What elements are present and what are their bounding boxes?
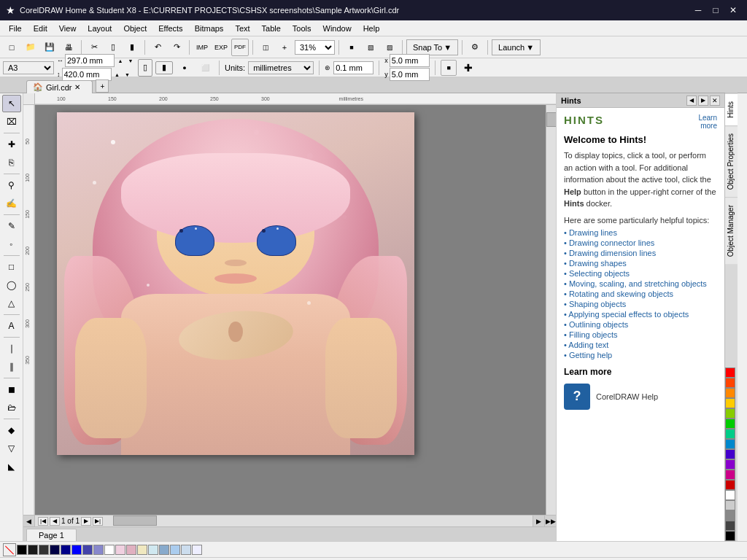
link-getting-help[interactable]: • Getting help [564,351,717,359]
snap-icon[interactable]: ■ [343,39,360,56]
color-dark-gray[interactable] [725,521,735,531]
tool-ellipse[interactable]: ◯ [2,276,21,294]
height-down[interactable]: ▼ [123,71,132,78]
color-blue[interactable] [725,439,735,449]
swatch-pink-light[interactable] [115,545,125,555]
link-drawing-lines[interactable]: • Drawing lines [564,228,717,237]
color-red[interactable] [725,368,735,378]
import-btn[interactable]: IMP [193,39,211,56]
copy-btn[interactable]: ▯ [104,39,122,56]
menu-object[interactable]: Object [117,23,152,34]
hscroll-thumb[interactable] [113,516,157,526]
menu-window[interactable]: Window [317,23,357,34]
height-up[interactable]: ▲ [113,71,122,78]
link-selecting[interactable]: • Selecting objects [564,269,717,278]
new-btn[interactable]: □ [3,39,20,56]
tool-pan[interactable]: ✍ [2,195,21,212]
help-button-row[interactable]: ? CorelDRAW Help [564,381,717,413]
open-btn[interactable]: 📁 [22,39,39,56]
color-yellow-green[interactable] [725,408,735,419]
menu-tools[interactable]: Tools [287,23,317,34]
page-options-btn[interactable]: ● [176,59,193,77]
color-orange-red[interactable] [725,378,735,388]
swatch-steel-blue[interactable] [159,545,169,555]
menu-table[interactable]: Table [256,23,287,34]
no-fill-swatch[interactable] [3,543,16,556]
hints-arrow-left[interactable]: ◀ [686,96,697,106]
tool-zoom[interactable]: ⚲ [2,176,21,194]
swatch-navy[interactable] [50,545,60,555]
menu-file[interactable]: File [3,23,28,34]
color-light-gray[interactable] [725,500,735,510]
nudge-input[interactable] [333,61,374,74]
link-shaping[interactable]: • Shaping objects [564,300,717,308]
side-tab-object-props[interactable]: Object Properties [725,125,738,197]
swatch-med-blue[interactable] [82,545,93,555]
hscroll-left[interactable]: ◀ [23,516,35,527]
width-input[interactable] [65,54,115,67]
link-drawing-shapes[interactable]: • Drawing shapes [564,259,717,268]
link-effects[interactable]: • Applying special effects to objects [564,310,717,319]
tool-blend[interactable]: ▽ [2,440,21,457]
swatch-near-black[interactable] [28,545,38,555]
swatch-dark-blue[interactable] [61,545,71,555]
menu-view[interactable]: View [53,23,82,34]
tool-select[interactable]: ↖ [2,95,21,112]
new-tab-btn[interactable]: + [96,79,109,93]
tool-node[interactable]: ⌧ [2,113,21,131]
tool-artistic[interactable]: ◦ [2,236,21,253]
menu-help[interactable]: Help [357,23,386,34]
page-resize-btn[interactable]: ■ [441,60,457,76]
tool-transform[interactable]: ✚ [2,136,21,153]
tab-close-icon[interactable]: ✕ [74,83,80,91]
swatch-white[interactable] [104,545,115,555]
page-first-btn[interactable]: |◀ [38,517,48,526]
hscroll-expand[interactable]: ▶▶ [544,516,556,527]
tool-extrude[interactable]: ◣ [2,458,21,475]
color-pink[interactable] [725,470,735,480]
color-yellow[interactable] [725,398,735,408]
color-white[interactable] [725,490,735,500]
v-scroll-thumb[interactable] [546,112,556,127]
swatch-black[interactable] [17,545,27,555]
menu-edit[interactable]: Edit [28,23,53,34]
options-btn[interactable]: ⚙ [466,39,484,56]
width-down[interactable]: ▼ [126,57,135,64]
page-prev-btn[interactable]: ◀ [50,517,60,526]
color-green[interactable] [725,419,735,429]
link-dimension-lines[interactable]: • Drawing dimension lines [564,249,717,257]
menu-layout[interactable]: Layout [82,23,117,34]
page-tab-1[interactable]: Page 1 [26,529,77,541]
print-btn[interactable]: 🖶 [60,39,77,56]
side-tab-object-manager[interactable]: Object Manager [725,197,738,264]
page-size-dropdown[interactable]: A3 [3,61,54,74]
zoom-in-btn[interactable]: + [276,39,293,56]
doc-tab[interactable]: 🏠 Girl.cdr ✕ [26,80,93,93]
hscroll-right[interactable]: ▶ [533,516,544,527]
portrait-btn[interactable]: ▯ [138,59,152,77]
bleed-btn[interactable]: ⬜ [196,59,214,77]
swatch-blue[interactable] [71,545,82,555]
color-dark-red[interactable] [725,480,735,490]
hints-learn-more-link[interactable]: Learnmore [698,114,717,130]
link-connector-lines[interactable]: • Drawing connector lines [564,238,717,247]
color-teal[interactable] [725,429,735,439]
tool-fill[interactable]: ◼ [2,381,21,398]
link-adding-text[interactable]: • Adding text [564,341,717,349]
width-up[interactable]: ▲ [116,57,125,64]
tool-freehand[interactable]: ✎ [2,217,21,235]
side-tab-hints[interactable]: Hints [725,93,738,125]
color-orange[interactable] [725,388,735,398]
page-add-btn[interactable]: ✚ [460,59,477,77]
menu-effects[interactable]: Effects [152,23,188,34]
swatch-dark-gray[interactable] [39,545,49,555]
swatch-cream[interactable] [137,545,147,555]
fit-btn[interactable]: ◫ [257,39,274,56]
link-rotating[interactable]: • Rotating and skewing objects [564,289,717,298]
close-button[interactable]: ✕ [725,2,741,18]
zoom-dropdown[interactable]: 31% 50% 100% [295,40,335,55]
swatch-v-pale-blue[interactable] [181,545,191,555]
tool-text[interactable]: A [2,317,21,335]
paste-btn[interactable]: ▮ [123,39,141,56]
swatch-pink-med[interactable] [126,545,136,555]
